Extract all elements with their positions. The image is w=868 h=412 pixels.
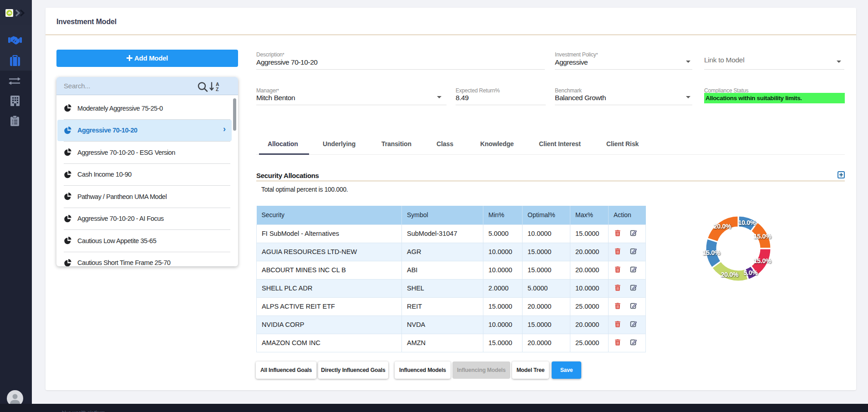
svg-text:20.0%: 20.0% — [721, 271, 739, 278]
svg-text:20.0%: 20.0% — [714, 223, 731, 230]
svg-text:A: A — [216, 81, 219, 87]
svg-text:10.0%: 10.0% — [738, 219, 756, 226]
svg-text:15.0%: 15.0% — [754, 257, 772, 264]
svg-text:Z: Z — [216, 86, 219, 92]
svg-text:5.0%: 5.0% — [743, 269, 758, 276]
svg-text:15.0%: 15.0% — [703, 249, 721, 256]
svg-text:15.0%: 15.0% — [754, 233, 772, 240]
